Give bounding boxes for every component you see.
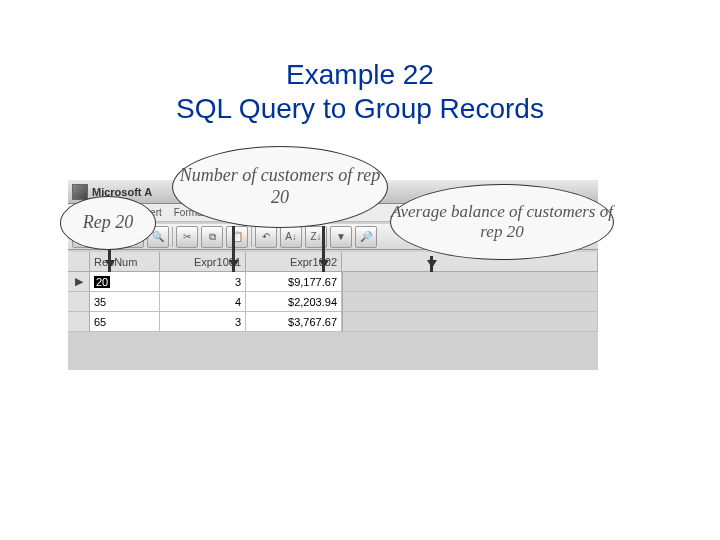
sort-asc-icon[interactable]: A↓: [280, 226, 302, 248]
data-row[interactable]: 35 4 $2,203.94: [68, 292, 598, 312]
callout-number: Number of customers of rep 20: [172, 146, 388, 228]
cell-avg[interactable]: $9,177.67: [246, 272, 342, 292]
app-logo-icon: [72, 184, 88, 200]
callout-average: Average balance of customers of rep 20: [390, 184, 614, 260]
arrow-icon: [430, 256, 433, 272]
cell-count[interactable]: 3: [160, 312, 246, 332]
find-icon[interactable]: 🔎: [355, 226, 377, 248]
arrow-icon: [108, 248, 111, 272]
cell-avg[interactable]: $3,767.67: [246, 312, 342, 332]
cell-repnum[interactable]: 65: [90, 312, 160, 332]
cell-repnum[interactable]: 35: [90, 292, 160, 312]
grid-filler: [342, 292, 598, 312]
arrow-icon: [232, 226, 235, 272]
column-header[interactable]: RepNum: [90, 252, 160, 272]
cell-repnum[interactable]: 20: [90, 272, 160, 292]
filter-icon[interactable]: ▼: [330, 226, 352, 248]
copy-icon[interactable]: ⧉: [201, 226, 223, 248]
cell-avg[interactable]: $2,203.94: [246, 292, 342, 312]
row-selector[interactable]: ▶: [68, 272, 90, 292]
grid-filler: [342, 272, 598, 292]
paste-icon[interactable]: 📋: [226, 226, 248, 248]
data-row[interactable]: ▶ 20 3 $9,177.67: [68, 272, 598, 292]
title-line-1: Example 22: [286, 59, 434, 90]
arrow-icon: [322, 226, 325, 272]
cut-icon[interactable]: ✂: [176, 226, 198, 248]
row-selector[interactable]: [68, 292, 90, 312]
cell-count[interactable]: 3: [160, 272, 246, 292]
data-row[interactable]: 65 3 $3,767.67: [68, 312, 598, 332]
row-selector[interactable]: [68, 312, 90, 332]
separator-icon: [172, 227, 173, 247]
cell-count[interactable]: 4: [160, 292, 246, 312]
row-selector-header[interactable]: [68, 252, 90, 272]
title-line-2: SQL Query to Group Records: [176, 93, 544, 124]
undo-icon[interactable]: ↶: [255, 226, 277, 248]
slide-title: Example 22 SQL Query to Group Records: [0, 58, 720, 126]
datasheet: RepNum Expr1001 Expr1002 ▶ 20 3 $9,177.6…: [68, 252, 598, 332]
grid-filler: [342, 312, 598, 332]
separator-icon: [251, 227, 252, 247]
callout-rep: Rep 20: [60, 196, 156, 250]
